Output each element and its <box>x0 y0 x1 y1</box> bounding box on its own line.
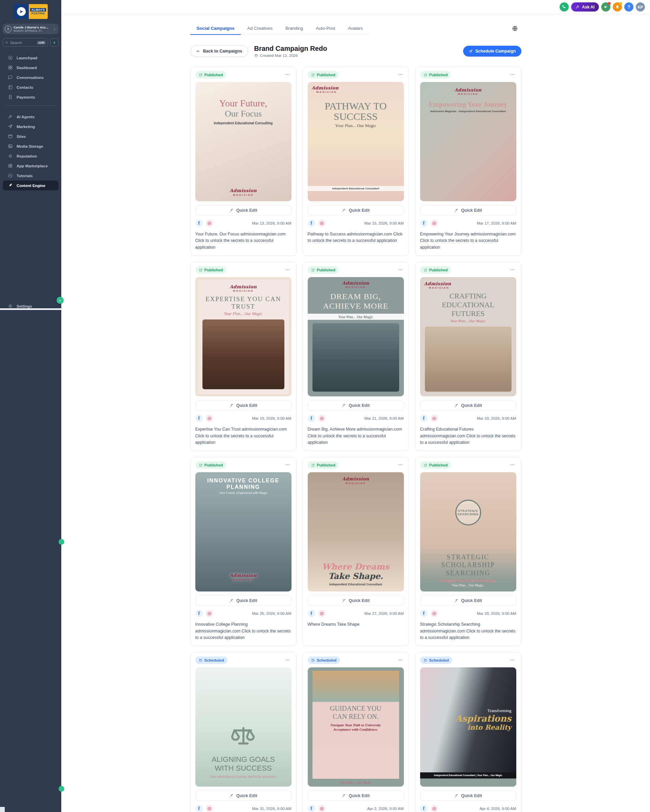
quick-edit-button[interactable]: Quick Edit <box>195 400 291 411</box>
post-date: Apr 4, 2026, 9:00 AM <box>480 807 516 810</box>
card-menu-button[interactable] <box>509 267 516 273</box>
card-menu-button[interactable] <box>396 267 404 273</box>
chat-icon <box>8 75 13 80</box>
post-image-text: Magician <box>233 578 253 581</box>
tab-branding[interactable]: Branding <box>279 23 309 35</box>
sidebar-item-sites[interactable]: Sites <box>3 131 59 141</box>
card-menu-button[interactable] <box>284 72 291 78</box>
post-image-text: Independent Educational Consulting <box>214 121 273 125</box>
gear-icon <box>8 304 13 308</box>
quick-edit-button[interactable]: Quick Edit <box>308 595 404 606</box>
ask-ai-button[interactable]: Ask AI <box>571 2 599 12</box>
quick-edit-button[interactable]: Quick Edit <box>420 205 516 215</box>
wand-icon <box>229 598 234 603</box>
card-menu-button[interactable] <box>284 657 291 663</box>
post-image[interactable]: Your Future,Our FocusIndependent Educati… <box>195 82 291 201</box>
sidebar-gap-line <box>0 308 61 310</box>
search-icon <box>5 41 8 44</box>
post-card: Scheduled TransformingAspirationsinto Re… <box>415 652 521 812</box>
notification-dot <box>608 2 611 5</box>
account-switcher[interactable]: Carole J Burns's Acc... BONITA SPRINGs, … <box>3 24 59 34</box>
card-menu-button[interactable] <box>396 657 404 663</box>
tab-avatars[interactable]: Avatars <box>342 23 369 35</box>
page-container: Social CampaignsAd CreativesBrandingAuto… <box>190 14 521 812</box>
tab-ad-creatives[interactable]: Ad Creatives <box>241 23 279 35</box>
quick-actions-button[interactable] <box>50 38 59 47</box>
post-image[interactable]: Innovative College PlanningYour Future, … <box>195 472 291 591</box>
post-caption: Dream Big, Achieve More admissionmagicia… <box>308 426 404 446</box>
post-image-text: Admission <box>454 87 481 93</box>
post-image[interactable]: TransformingAspirationsinto RealityIndep… <box>420 667 516 787</box>
announcements-button[interactable] <box>601 2 610 12</box>
quick-edit-button[interactable]: Quick Edit <box>420 791 516 801</box>
card-menu-button[interactable] <box>284 267 291 273</box>
sidebar-collapse-dot[interactable] <box>59 786 64 792</box>
ellipsis-icon <box>510 462 515 467</box>
quick-edit-button[interactable]: Quick Edit <box>308 791 404 801</box>
sidebar-item-launchpad[interactable]: Launchpad <box>3 53 59 63</box>
sidebar-collapse-dot[interactable] <box>59 539 64 545</box>
dashboard-icon <box>8 65 13 70</box>
card-menu-button[interactable] <box>284 462 291 468</box>
quick-edit-button[interactable]: Quick Edit <box>195 595 291 606</box>
post-image[interactable]: AdmissionMagicianEmpowering Your Journey… <box>420 82 516 201</box>
post-image[interactable]: AdmissionMagicianPathway toSuccessYour P… <box>308 82 404 201</box>
quick-edit-button[interactable]: Quick Edit <box>195 205 291 215</box>
sidebar: ➤ ALWAYS POSTING Carole J Burns's Acc...… <box>0 0 61 812</box>
user-avatar[interactable]: KP <box>636 2 645 12</box>
sidebar-collapse-button[interactable]: ‹ <box>56 297 64 304</box>
sidebar-item-payments[interactable]: Payments <box>3 92 59 102</box>
quick-edit-button[interactable]: Quick Edit <box>308 400 404 411</box>
globe-icon[interactable] <box>512 25 518 32</box>
quick-edit-label: Quick Edit <box>349 403 370 408</box>
quick-edit-label: Quick Edit <box>461 403 482 408</box>
post-image[interactable]: AdmissionMagicianCraftingEducationalFutu… <box>420 277 516 396</box>
quick-edit-button[interactable]: Quick Edit <box>195 791 291 801</box>
status-label: Published <box>429 268 448 272</box>
quick-edit-label: Quick Edit <box>461 208 482 213</box>
sidebar-item-marketing[interactable]: Marketing <box>3 122 59 131</box>
card-menu-button[interactable] <box>396 462 404 468</box>
sidebar-item-dashboard[interactable]: Dashboard <box>3 63 59 72</box>
search-input[interactable]: Search ctrlK <box>3 38 48 47</box>
card-menu-button[interactable] <box>509 72 516 78</box>
sidebar-item-content-engine[interactable]: Content Engine <box>3 180 59 190</box>
sidebar-item-tutorials[interactable]: Tutorials <box>3 171 59 180</box>
sidebar-item-ai-agents[interactable]: AI Agents <box>3 112 59 122</box>
schedule-campaign-button[interactable]: Schedule Campaign <box>463 46 521 56</box>
post-image[interactable]: Aligning GoalsWith SuccessYour education… <box>195 667 291 787</box>
quick-edit-button[interactable]: Quick Edit <box>308 205 404 215</box>
post-image[interactable]: AdmissionMagicianExpertise You Can Trust… <box>195 277 291 396</box>
status-label: Published <box>204 268 223 272</box>
card-menu-button[interactable] <box>509 462 516 468</box>
post-card: Published AdmissionMagicianPathway toSuc… <box>303 67 409 256</box>
post-caption: Expertise You Can Trust admissionmagicia… <box>195 426 291 446</box>
sidebar-item-app-marketplace[interactable]: App Marketplace <box>3 161 59 171</box>
tab-social-campaigns[interactable]: Social Campaigns <box>190 23 241 35</box>
card-menu-button[interactable] <box>396 72 404 78</box>
notifications-button[interactable] <box>613 2 622 12</box>
card-menu-button[interactable] <box>509 657 516 663</box>
help-button[interactable]: ? <box>624 2 633 12</box>
tab-auto-post[interactable]: Auto-Post <box>309 23 342 35</box>
ellipsis-icon <box>285 462 291 467</box>
ellipsis-icon <box>510 657 515 662</box>
sidebar-item-media-storage[interactable]: Media Storage <box>3 141 59 151</box>
post-image[interactable]: Guidance YouCan Rely On.Navigate Your Pa… <box>308 667 404 787</box>
facebook-icon: f <box>308 610 315 617</box>
sidebar-item-contacts[interactable]: Contacts <box>3 82 59 92</box>
post-image[interactable]: Strategic SearchingStrategicScholarshipS… <box>420 472 516 591</box>
play-icon <box>8 173 13 178</box>
post-image[interactable]: AdmissionMagicianDream Big,Achieve MoreY… <box>308 277 404 396</box>
post-image-text: Can Rely On. <box>333 713 379 721</box>
quick-edit-button[interactable]: Quick Edit <box>420 400 516 411</box>
post-image[interactable]: AdmissionMagicianWhere DreamsTake Shape.… <box>308 472 404 591</box>
back-to-campaigns-button[interactable]: Back to Campaigns <box>190 46 248 57</box>
post-image-text: Your Future, <box>219 98 268 109</box>
post-card: Scheduled Guidance YouCan Rely On.Naviga… <box>303 652 409 812</box>
sidebar-item-label: Contacts <box>17 85 33 89</box>
sidebar-item-conversations[interactable]: Conversations <box>3 72 59 82</box>
phone-button[interactable] <box>560 2 569 12</box>
quick-edit-button[interactable]: Quick Edit <box>420 595 516 606</box>
sidebar-item-reputation[interactable]: Reputation <box>3 151 59 161</box>
